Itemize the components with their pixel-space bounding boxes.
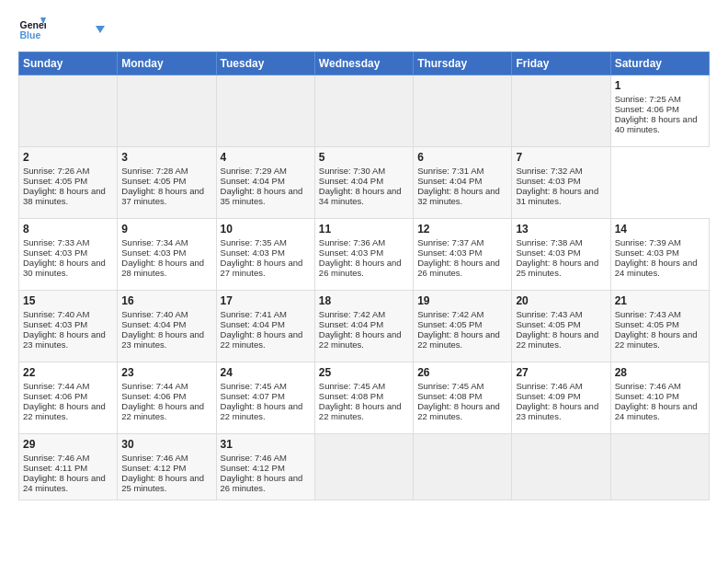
day-number: 10 xyxy=(221,223,311,236)
calendar-cell: 26Sunrise: 7:45 AMSunset: 4:08 PMDayligh… xyxy=(414,362,512,434)
sunset-text: Sunset: 4:03 PM xyxy=(516,176,580,186)
sunrise-text: Sunrise: 7:28 AM xyxy=(121,166,188,176)
day-number: 5 xyxy=(319,151,409,164)
day-number: 1 xyxy=(615,79,705,92)
sunset-text: Sunset: 4:06 PM xyxy=(23,391,87,401)
daylight-text: Daylight: 8 hours and 22 minutes. xyxy=(319,401,402,421)
sunrise-text: Sunrise: 7:46 AM xyxy=(516,381,582,391)
sunset-text: Sunset: 4:10 PM xyxy=(615,391,679,401)
day-number: 18 xyxy=(319,294,409,307)
calendar-cell: 23Sunrise: 7:44 AMSunset: 4:06 PMDayligh… xyxy=(118,362,216,434)
day-number: 2 xyxy=(23,151,113,164)
calendar-cell xyxy=(314,434,413,500)
daylight-text: Daylight: 8 hours and 26 minutes. xyxy=(417,258,500,278)
calendar-cell: 12Sunrise: 7:37 AMSunset: 4:03 PMDayligh… xyxy=(414,219,512,291)
calendar-cell: 16Sunrise: 7:40 AMSunset: 4:04 PMDayligh… xyxy=(118,291,216,362)
daylight-text: Daylight: 8 hours and 22 minutes. xyxy=(121,401,204,421)
calendar-cell: 3Sunrise: 7:28 AMSunset: 4:05 PMDaylight… xyxy=(118,147,216,219)
day-number: 15 xyxy=(23,294,113,307)
sunset-text: Sunset: 4:05 PM xyxy=(516,319,580,329)
sunrise-text: Sunrise: 7:35 AM xyxy=(221,237,287,247)
day-number: 9 xyxy=(121,223,211,236)
calendar-cell: 15Sunrise: 7:40 AMSunset: 4:03 PMDayligh… xyxy=(19,291,118,362)
col-header-saturday: Saturday xyxy=(610,52,709,75)
day-number: 29 xyxy=(23,438,113,451)
calendar-cell: 22Sunrise: 7:44 AMSunset: 4:06 PMDayligh… xyxy=(19,362,118,434)
day-number: 19 xyxy=(417,294,507,307)
day-number: 21 xyxy=(615,294,705,307)
sunset-text: Sunset: 4:08 PM xyxy=(319,391,383,401)
sunset-text: Sunset: 4:05 PM xyxy=(23,176,87,186)
calendar-cell xyxy=(512,434,610,500)
svg-marker-3 xyxy=(96,26,105,33)
calendar-cell xyxy=(610,434,709,500)
calendar-cell: 29Sunrise: 7:46 AMSunset: 4:11 PMDayligh… xyxy=(19,434,118,500)
calendar-cell xyxy=(414,434,512,500)
calendar-cell: 19Sunrise: 7:42 AMSunset: 4:05 PMDayligh… xyxy=(414,291,512,362)
daylight-text: Daylight: 8 hours and 40 minutes. xyxy=(615,114,698,134)
daylight-text: Daylight: 8 hours and 23 minutes. xyxy=(121,329,204,350)
daylight-text: Daylight: 8 hours and 30 minutes. xyxy=(23,258,106,278)
svg-text:Blue: Blue xyxy=(20,29,41,40)
calendar-page: General Blue SundayMondayTuesdayWednesda… xyxy=(0,0,728,563)
sunset-text: Sunset: 4:04 PM xyxy=(221,176,285,186)
calendar-cell: 24Sunrise: 7:45 AMSunset: 4:07 PMDayligh… xyxy=(216,362,314,434)
daylight-text: Daylight: 8 hours and 35 minutes. xyxy=(221,186,303,206)
week-row-4: 15Sunrise: 7:40 AMSunset: 4:03 PMDayligh… xyxy=(19,291,710,362)
sunrise-text: Sunrise: 7:44 AM xyxy=(23,381,89,391)
logo-icon: General Blue xyxy=(18,15,46,42)
sunset-text: Sunset: 4:11 PM xyxy=(23,463,87,473)
sunrise-text: Sunrise: 7:31 AM xyxy=(417,166,483,176)
daylight-text: Daylight: 8 hours and 22 minutes. xyxy=(221,401,303,421)
sunrise-text: Sunrise: 7:45 AM xyxy=(319,381,385,391)
calendar-cell: 11Sunrise: 7:36 AMSunset: 4:03 PMDayligh… xyxy=(314,219,413,291)
sunset-text: Sunset: 4:03 PM xyxy=(221,247,285,258)
sunrise-text: Sunrise: 7:30 AM xyxy=(319,166,385,176)
sunrise-text: Sunrise: 7:46 AM xyxy=(221,453,287,463)
sunset-text: Sunset: 4:03 PM xyxy=(516,247,580,258)
day-number: 3 xyxy=(121,151,211,164)
sunrise-text: Sunrise: 7:46 AM xyxy=(121,453,188,463)
sunrise-text: Sunrise: 7:45 AM xyxy=(417,381,483,391)
calendar-cell: 8Sunrise: 7:33 AMSunset: 4:03 PMDaylight… xyxy=(19,219,118,291)
calendar-cell xyxy=(216,75,314,147)
sunrise-text: Sunrise: 7:45 AM xyxy=(221,381,287,391)
sunrise-text: Sunrise: 7:46 AM xyxy=(23,453,89,463)
daylight-text: Daylight: 8 hours and 22 minutes. xyxy=(319,329,402,350)
sunrise-text: Sunrise: 7:26 AM xyxy=(23,166,89,176)
sunrise-text: Sunrise: 7:29 AM xyxy=(221,166,287,176)
sunrise-text: Sunrise: 7:25 AM xyxy=(615,94,681,104)
daylight-text: Daylight: 8 hours and 23 minutes. xyxy=(516,401,598,421)
daylight-text: Daylight: 8 hours and 37 minutes. xyxy=(121,186,204,206)
calendar-cell: 5Sunrise: 7:30 AMSunset: 4:04 PMDaylight… xyxy=(314,147,413,219)
sunrise-text: Sunrise: 7:42 AM xyxy=(319,309,385,319)
sunrise-text: Sunrise: 7:40 AM xyxy=(23,309,89,319)
calendar-cell xyxy=(19,75,118,147)
calendar-cell: 18Sunrise: 7:42 AMSunset: 4:04 PMDayligh… xyxy=(314,291,413,362)
sunrise-text: Sunrise: 7:32 AM xyxy=(516,166,582,176)
sunrise-text: Sunrise: 7:40 AM xyxy=(121,309,188,319)
daylight-text: Daylight: 8 hours and 24 minutes. xyxy=(23,473,106,493)
day-number: 20 xyxy=(516,294,606,307)
daylight-text: Daylight: 8 hours and 22 minutes. xyxy=(221,329,303,350)
week-row-3: 8Sunrise: 7:33 AMSunset: 4:03 PMDaylight… xyxy=(19,219,710,291)
sunrise-text: Sunrise: 7:43 AM xyxy=(516,309,582,319)
day-number: 12 xyxy=(417,223,507,236)
col-header-thursday: Thursday xyxy=(414,52,512,75)
daylight-text: Daylight: 8 hours and 32 minutes. xyxy=(417,186,500,206)
sunrise-text: Sunrise: 7:39 AM xyxy=(615,237,681,247)
col-header-wednesday: Wednesday xyxy=(314,52,413,75)
sunset-text: Sunset: 4:04 PM xyxy=(221,319,285,329)
calendar-cell: 4Sunrise: 7:29 AMSunset: 4:04 PMDaylight… xyxy=(216,147,314,219)
calendar-cell: 13Sunrise: 7:38 AMSunset: 4:03 PMDayligh… xyxy=(512,219,610,291)
week-row-1: 1Sunrise: 7:25 AMSunset: 4:06 PMDaylight… xyxy=(19,75,710,147)
day-number: 17 xyxy=(221,294,311,307)
day-number: 24 xyxy=(221,366,311,379)
calendar-cell: 10Sunrise: 7:35 AMSunset: 4:03 PMDayligh… xyxy=(216,219,314,291)
day-number: 16 xyxy=(121,294,211,307)
calendar-cell: 1Sunrise: 7:25 AMSunset: 4:06 PMDaylight… xyxy=(610,75,709,147)
calendar-cell: 30Sunrise: 7:46 AMSunset: 4:12 PMDayligh… xyxy=(118,434,216,500)
sunset-text: Sunset: 4:03 PM xyxy=(23,247,87,258)
sunset-text: Sunset: 4:07 PM xyxy=(221,391,285,401)
daylight-text: Daylight: 8 hours and 28 minutes. xyxy=(121,258,204,278)
